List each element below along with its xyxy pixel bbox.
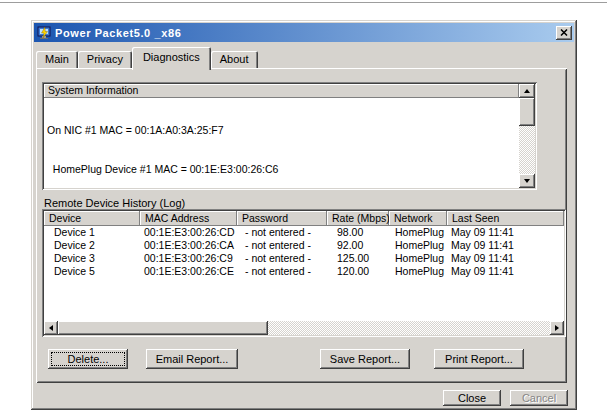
cell-password: - not entered - <box>237 239 327 252</box>
column-header-last-seen[interactable]: Last Seen <box>447 211 564 226</box>
page-top-rule <box>0 2 607 3</box>
column-header-network[interactable]: Network <box>389 211 447 226</box>
cell-last-seen: May 09 11:41 <box>447 239 564 252</box>
tab-privacy-label: Privacy <box>87 53 123 65</box>
tab-main-label: Main <box>45 53 69 65</box>
cell-rate: 125.00 <box>327 252 389 265</box>
cell-password: - not entered - <box>237 265 327 278</box>
column-header-rate[interactable]: Rate (Mbps) <box>327 211 389 226</box>
power-packet-window: Power Packet5.0 _x86 Main Privacy Diagno… <box>31 20 577 410</box>
cell-device: Device 1 <box>44 226 140 239</box>
scroll-down-button[interactable] <box>519 174 535 188</box>
arrow-left-icon <box>49 325 53 331</box>
delete-button[interactable]: Delete... <box>48 349 128 369</box>
tab-diagnostics-label: Diagnostics <box>143 51 200 63</box>
cell-password: - not entered - <box>237 226 327 239</box>
scroll-thumb[interactable] <box>58 321 268 335</box>
system-info-header-label: System Information <box>48 84 138 96</box>
cell-device: Device 5 <box>44 265 140 278</box>
table-row[interactable]: Device 5 00:1E:E3:00:26:CE - not entered… <box>44 265 564 278</box>
print-report-button[interactable]: Print Report... <box>434 349 524 369</box>
cell-last-seen: May 09 11:41 <box>447 226 564 239</box>
app-icon <box>37 26 51 40</box>
device-history-table: Device MAC Address Password Rate (Mbps) … <box>42 209 566 337</box>
cell-mac-address: 00:1E:E3:00:26:C9 <box>140 252 237 265</box>
cell-rate: 98.00 <box>327 226 389 239</box>
tab-diagnostics[interactable]: Diagnostics <box>132 47 211 70</box>
cancel-button: Cancel <box>510 390 568 406</box>
arrow-up-icon <box>524 89 530 93</box>
scroll-left-button[interactable] <box>44 321 58 335</box>
table-header-row: Device MAC Address Password Rate (Mbps) … <box>44 211 564 226</box>
history-section-label: Remote Device History (Log) <box>44 197 185 209</box>
window-close-button[interactable] <box>556 26 572 40</box>
system-info-listview: System Information On NIC #1 MAC = 00:1A… <box>42 82 537 190</box>
cell-last-seen: May 09 11:41 <box>447 252 564 265</box>
save-report-button[interactable]: Save Report... <box>320 349 410 369</box>
close-button[interactable]: Close <box>443 390 501 406</box>
tab-bar: Main Privacy Diagnostics About <box>36 50 258 68</box>
system-info-vertical-scrollbar[interactable] <box>519 84 535 188</box>
cell-rate: 92.00 <box>327 239 389 252</box>
cell-mac-address: 00:1E:E3:00:26:CD <box>140 226 237 239</box>
column-header-device[interactable]: Device <box>44 211 140 226</box>
window-titlebar[interactable]: Power Packet5.0 _x86 <box>34 23 574 42</box>
scroll-thumb[interactable] <box>519 98 535 126</box>
tab-about[interactable]: About <box>211 51 258 68</box>
scroll-up-button[interactable] <box>519 84 535 98</box>
cell-device: Device 3 <box>44 252 140 265</box>
table-horizontal-scrollbar[interactable] <box>44 321 564 335</box>
cell-password: - not entered - <box>237 252 327 265</box>
arrow-right-icon <box>555 325 559 331</box>
system-info-column-header[interactable]: System Information <box>44 84 519 98</box>
cell-mac-address: 00:1E:E3:00:26:CE <box>140 265 237 278</box>
cell-network: HomePlug <box>389 226 447 239</box>
table-row[interactable]: Device 3 00:1E:E3:00:26:C9 - not entered… <box>44 252 564 265</box>
system-info-line: HomePlug Device #1 MAC = 00:1E:E3:00:26:… <box>47 163 519 176</box>
window-title: Power Packet5.0 _x86 <box>55 27 556 39</box>
cell-mac-address: 00:1E:E3:00:26:CA <box>140 239 237 252</box>
scroll-track[interactable] <box>58 321 550 335</box>
cell-device: Device 2 <box>44 239 140 252</box>
system-info-list: On NIC #1 MAC = 00:1A:A0:3A:25:F7 HomePl… <box>44 98 519 188</box>
scroll-track[interactable] <box>519 98 535 174</box>
cell-rate: 120.00 <box>327 265 389 278</box>
tab-about-label: About <box>220 53 249 65</box>
table-body: Device 1 00:1E:E3:00:26:CD - not entered… <box>44 226 564 321</box>
table-row[interactable]: Device 2 00:1E:E3:00:26:CA - not entered… <box>44 239 564 252</box>
table-row[interactable]: Device 1 00:1E:E3:00:26:CD - not entered… <box>44 226 564 239</box>
tab-privacy[interactable]: Privacy <box>78 51 132 68</box>
cell-last-seen: May 09 11:41 <box>447 265 564 278</box>
column-header-password[interactable]: Password <box>237 211 327 226</box>
scroll-right-button[interactable] <box>550 321 564 335</box>
diagnostics-tab-page: System Information On NIC #1 MAC = 00:1A… <box>36 68 567 383</box>
close-icon <box>560 29 568 36</box>
cell-network: HomePlug <box>389 252 447 265</box>
tab-main[interactable]: Main <box>36 51 78 68</box>
column-header-mac-address[interactable]: MAC Address <box>140 211 237 226</box>
cell-network: HomePlug <box>389 239 447 252</box>
cell-network: HomePlug <box>389 265 447 278</box>
email-report-button[interactable]: Email Report... <box>146 349 238 369</box>
system-info-line: On NIC #1 MAC = 00:1A:A0:3A:25:F7 <box>47 124 519 137</box>
arrow-down-icon <box>524 179 530 183</box>
